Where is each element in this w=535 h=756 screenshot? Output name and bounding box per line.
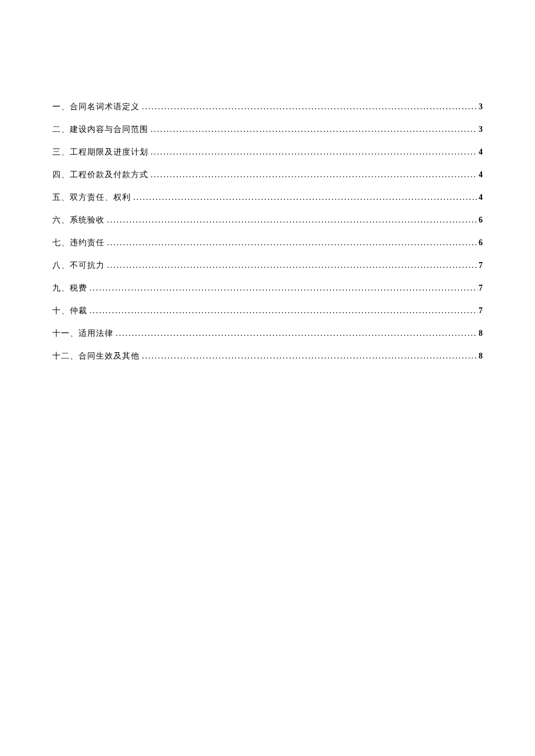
- toc-entry: 二、建设内容与合同范围 3: [52, 124, 483, 135]
- toc-label: 十一、适用法律: [52, 328, 113, 339]
- toc-page-number: 7: [479, 284, 483, 293]
- toc-page-number: 8: [479, 329, 483, 338]
- toc-entry: 七、违约责任 6: [52, 238, 483, 248]
- toc-entry: 四、工程价款及付款方式 4: [52, 170, 483, 180]
- toc-label: 一、合同名词术语定义: [52, 102, 140, 112]
- toc-leader-dots: [142, 352, 477, 361]
- toc-leader-dots: [90, 284, 477, 293]
- toc-leader-dots: [90, 306, 477, 316]
- toc-label: 八、不可抗力: [52, 260, 105, 271]
- toc-leader-dots: [107, 216, 477, 225]
- toc-page-number: 4: [479, 193, 483, 202]
- toc-page-number: 6: [479, 238, 483, 248]
- toc-leader-dots: [133, 193, 477, 202]
- toc-page-number: 3: [479, 125, 483, 134]
- toc-entry: 八、不可抗力 7: [52, 260, 483, 271]
- toc-leader-dots: [151, 170, 477, 180]
- toc-label: 七、违约责任: [52, 238, 105, 248]
- toc-page-number: 4: [479, 148, 483, 157]
- toc-page-number: 7: [479, 261, 483, 270]
- toc-leader-dots: [116, 329, 477, 338]
- toc-leader-dots: [151, 125, 477, 134]
- toc-page-number: 7: [479, 306, 483, 316]
- toc-entry: 一、合同名词术语定义 3: [52, 102, 483, 112]
- toc-page-number: 8: [479, 352, 483, 361]
- toc-label: 九、税费: [52, 283, 87, 293]
- toc-entry: 十二、合同生效及其他 8: [52, 351, 483, 361]
- toc-entry: 十一、适用法律 8: [52, 328, 483, 339]
- toc-page-number: 6: [479, 216, 483, 225]
- toc-label: 二、建设内容与合同范围: [52, 124, 148, 135]
- toc-page-number: 3: [479, 102, 483, 112]
- toc-entry: 十、仲裁 7: [52, 306, 483, 316]
- toc-page-number: 4: [479, 170, 483, 180]
- toc-entry: 五、双方责任、权利 4: [52, 192, 483, 203]
- toc-leader-dots: [142, 102, 477, 112]
- toc-leader-dots: [107, 261, 477, 270]
- toc-entry: 九、税费 7: [52, 283, 483, 293]
- toc-label: 十二、合同生效及其他: [52, 351, 140, 361]
- toc-label: 三、工程期限及进度计划: [52, 147, 148, 157]
- toc-leader-dots: [107, 238, 477, 248]
- toc-label: 六、系统验收: [52, 215, 105, 225]
- toc-entry: 六、系统验收 6: [52, 215, 483, 225]
- toc-leader-dots: [151, 148, 477, 157]
- toc-label: 四、工程价款及付款方式: [52, 170, 148, 180]
- toc-entry: 三、工程期限及进度计划 4: [52, 147, 483, 157]
- table-of-contents: 一、合同名词术语定义 3 二、建设内容与合同范围 3 三、工程期限及进度计划 4…: [52, 102, 483, 361]
- toc-label: 十、仲裁: [52, 306, 87, 316]
- toc-label: 五、双方责任、权利: [52, 192, 131, 203]
